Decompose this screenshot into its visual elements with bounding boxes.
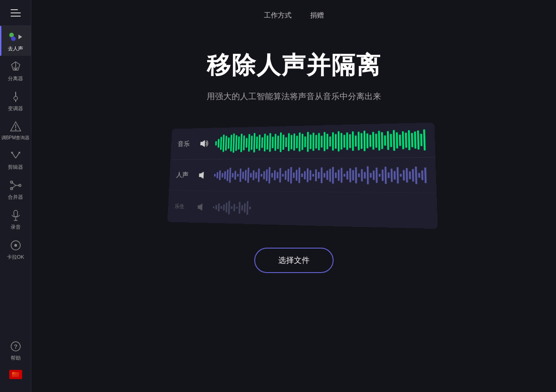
svg-rect-58 [293, 133, 295, 150]
svg-rect-136 [295, 170, 297, 181]
menu-button[interactable] [0, 0, 31, 26]
waveform-row-vocal: 人声 [169, 157, 436, 193]
sidebar-item-label: 去人声 [8, 45, 23, 52]
svg-rect-50 [272, 137, 274, 148]
svg-rect-31 [222, 135, 225, 152]
svg-rect-97 [405, 132, 407, 148]
svg-rect-110 [227, 169, 228, 181]
svg-rect-152 [341, 167, 342, 183]
hero-section: 移除人声并隔离 用强大的人工智能算法将声音从音乐中分离出来 音乐 [31, 49, 556, 273]
merger-icon [9, 179, 22, 192]
svg-rect-178 [418, 172, 420, 178]
sidebar-item-help[interactable]: ? 帮助 [0, 335, 31, 365]
sidebar-item-label: 分离器 [8, 75, 23, 82]
svg-rect-187 [225, 202, 227, 213]
svg-rect-101 [417, 131, 419, 150]
svg-rect-38 [240, 134, 242, 152]
svg-rect-87 [375, 134, 377, 148]
svg-rect-65 [312, 133, 314, 151]
nav-how-it-works[interactable]: 工作方式 [264, 9, 292, 22]
svg-rect-43 [253, 133, 255, 152]
svg-rect-192 [239, 202, 240, 214]
waveform-row-music: 音乐 [170, 123, 435, 160]
nav-donate[interactable]: 捐赠 [310, 9, 324, 22]
svg-rect-115 [239, 168, 241, 182]
svg-rect-41 [248, 134, 250, 152]
svg-rect-103 [423, 129, 425, 150]
svg-rect-174 [406, 168, 408, 183]
svg-rect-116 [242, 172, 244, 179]
svg-text:?: ? [14, 343, 18, 350]
svg-rect-117 [245, 170, 246, 180]
svg-point-12 [11, 152, 13, 154]
svg-rect-92 [390, 134, 392, 147]
svg-rect-85 [369, 135, 371, 147]
sidebar-item-merger[interactable]: 合并器 [0, 174, 31, 204]
svg-marker-27 [200, 140, 205, 147]
svg-rect-124 [263, 171, 265, 179]
svg-rect-63 [307, 132, 309, 152]
svg-marker-104 [199, 172, 204, 178]
svg-rect-127 [271, 173, 273, 178]
svg-rect-177 [415, 166, 417, 184]
svg-rect-134 [290, 167, 292, 184]
svg-rect-39 [243, 136, 245, 150]
svg-rect-148 [329, 168, 331, 181]
svg-rect-106 [216, 172, 218, 178]
svg-rect-123 [260, 174, 262, 177]
sidebar-item-recorder[interactable]: 录音 [0, 204, 31, 234]
svg-rect-77 [346, 132, 348, 150]
svg-rect-109 [224, 171, 226, 179]
svg-rect-62 [304, 137, 306, 148]
sidebar-item-separator[interactable]: 分离器 [0, 56, 31, 86]
main-content: 工作方式 捐赠 移除人声并隔离 用强大的人工智能算法将声音从音乐中分离出来 音乐 [31, 0, 556, 392]
sidebar-item-flag[interactable]: 🇨🇳 [0, 365, 31, 387]
svg-rect-140 [306, 168, 308, 182]
sidebar-item-karaoke[interactable]: 卡拉OK [0, 234, 31, 264]
svg-rect-190 [233, 204, 235, 211]
svg-rect-90 [384, 135, 386, 146]
sidebar-item-label: 变调器 [8, 105, 23, 112]
svg-rect-121 [255, 172, 257, 178]
svg-rect-176 [412, 169, 414, 181]
sidebar-item-label: 调BPM查询器 [1, 135, 30, 141]
svg-rect-168 [388, 172, 389, 178]
svg-rect-94 [396, 132, 398, 148]
sidebar-item-tuner[interactable]: 变调器 [0, 86, 31, 116]
sidebar-item-bpm[interactable]: 调BPM查询器 [0, 116, 31, 144]
svg-rect-193 [241, 205, 243, 210]
svg-rect-154 [346, 171, 348, 179]
speaker-icon-vocal [195, 168, 209, 182]
svg-rect-128 [274, 170, 275, 180]
svg-rect-95 [399, 135, 401, 146]
waveform-visualization: 音乐 [167, 123, 437, 229]
recorder-icon [9, 209, 22, 222]
svg-rect-165 [378, 173, 380, 176]
svg-rect-141 [309, 170, 311, 180]
svg-rect-28 [215, 141, 217, 145]
svg-rect-172 [400, 173, 401, 176]
svg-rect-108 [221, 173, 223, 178]
svg-rect-107 [219, 170, 221, 180]
svg-rect-180 [424, 167, 426, 183]
svg-rect-122 [257, 168, 259, 182]
svg-rect-51 [274, 134, 276, 151]
svg-rect-73 [335, 134, 336, 149]
svg-rect-102 [420, 134, 422, 146]
svg-rect-160 [364, 172, 365, 178]
svg-rect-55 [285, 137, 287, 147]
sidebar-item-vocal-remove[interactable]: 去人声 [0, 26, 31, 56]
svg-rect-66 [315, 135, 317, 148]
svg-point-9 [15, 129, 16, 131]
editor-icon [9, 149, 22, 162]
svg-rect-46 [261, 137, 263, 148]
sidebar-item-editor[interactable]: 剪辑器 [0, 144, 31, 174]
svg-rect-64 [310, 135, 311, 149]
svg-rect-82 [360, 133, 362, 148]
hero-subtitle: 用强大的人工智能算法将声音从音乐中分离出来 [207, 91, 381, 102]
svg-rect-189 [231, 206, 233, 209]
svg-rect-147 [326, 170, 328, 179]
choose-file-button[interactable]: 选择文件 [254, 248, 334, 273]
svg-rect-29 [217, 139, 219, 148]
svg-rect-89 [381, 132, 383, 149]
